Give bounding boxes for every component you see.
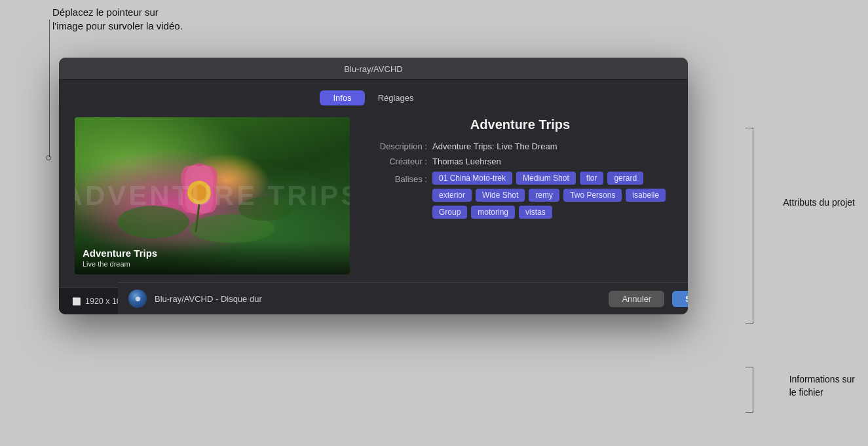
creator-row: Créateur : Thomas Luehrsen xyxy=(368,157,672,166)
thumbnail-caption: Adventure Trips Live the dream xyxy=(75,241,350,274)
disc-icon xyxy=(128,289,147,308)
annotation-right-label2-line1: Informations sur xyxy=(789,374,855,384)
title-bar: Blu-ray/AVCHD xyxy=(59,58,688,80)
screen-icon xyxy=(72,297,81,306)
main-layout: ADVENTURE TRIPS Adventure Trips Live the… xyxy=(75,117,672,274)
info-panel: Adventure Trips Description : Adventure … xyxy=(368,117,672,225)
annotation-right-label2-line2: le fichier xyxy=(789,387,823,398)
thumbnail-subtitle: Live the dream xyxy=(83,260,342,268)
thumbnail-area: ADVENTURE TRIPS Adventure Trips Live the… xyxy=(75,117,350,274)
annotation-right-1: Attributs du projet xyxy=(783,196,855,210)
window-title: Blu-ray/AVCHD xyxy=(344,64,402,74)
annotation-right-label1: Attributs du projet xyxy=(783,197,855,208)
annotation-line1: Déplacez le pointeur sur xyxy=(52,7,159,18)
tag-item: 01 China Moto-trek xyxy=(432,172,512,185)
annotation-top: Déplacez le pointeur sur l'image pour su… xyxy=(52,5,183,33)
description-label: Description : xyxy=(368,141,427,151)
tag-item: exterior xyxy=(432,189,472,202)
description-value: Adventure Trips: Live The Dream xyxy=(432,141,557,151)
bottom-bar: Blu-ray/AVCHD - Disque dur Annuler Suiva… xyxy=(118,282,688,314)
tag-item: Wide Shot xyxy=(476,189,525,202)
svg-point-2 xyxy=(238,197,291,221)
bracket-right-2 xyxy=(745,367,753,413)
tag-item: motoring xyxy=(471,206,515,219)
annotation-line-connector xyxy=(49,20,50,157)
cancel-button[interactable]: Annuler xyxy=(609,291,664,307)
tag-item: isabelle xyxy=(626,189,666,202)
creator-value: Thomas Luehrsen xyxy=(432,157,501,166)
window-content: Infos Réglages xyxy=(59,80,688,288)
tags-container: 01 China Moto-trekMedium Shotflorgerarde… xyxy=(432,172,672,219)
tab-infos[interactable]: Infos xyxy=(320,90,364,105)
annotation-dot xyxy=(46,155,51,160)
annotation-line2: l'image pour survoler la vidéo. xyxy=(52,20,183,31)
project-title: Adventure Trips xyxy=(368,117,672,132)
disc-label: Blu-ray/AVCHD - Disque dur xyxy=(155,294,601,304)
tag-item: Medium Shot xyxy=(516,172,576,185)
tab-bar: Infos Réglages xyxy=(75,90,672,105)
svg-point-9 xyxy=(191,185,207,200)
bracket-right-1 xyxy=(745,128,753,324)
tag-item: vistas xyxy=(519,206,552,219)
lotus-decoration xyxy=(114,130,297,248)
main-window: Blu-ray/AVCHD Infos Réglages xyxy=(59,58,688,314)
description-row: Description : Adventure Trips: Live The … xyxy=(368,141,672,151)
annotation-right-2: Informations sur le fichier xyxy=(789,373,855,399)
next-button[interactable]: Suivant... xyxy=(672,291,688,307)
svg-point-0 xyxy=(117,206,189,238)
tags-row: Balises : 01 China Moto-trekMedium Shotf… xyxy=(368,172,672,219)
tag-item: Two Persons xyxy=(563,189,622,202)
tag-item: flor xyxy=(580,172,604,185)
tab-reglages[interactable]: Réglages xyxy=(365,90,427,105)
tags-label: Balises : xyxy=(368,172,427,184)
tag-item: remy xyxy=(529,189,559,202)
tag-item: Group xyxy=(432,206,467,219)
creator-label: Créateur : xyxy=(368,157,427,166)
thumbnail-title: Adventure Trips xyxy=(83,248,342,259)
tag-item: gerard xyxy=(607,172,643,185)
disc-center xyxy=(136,297,140,301)
